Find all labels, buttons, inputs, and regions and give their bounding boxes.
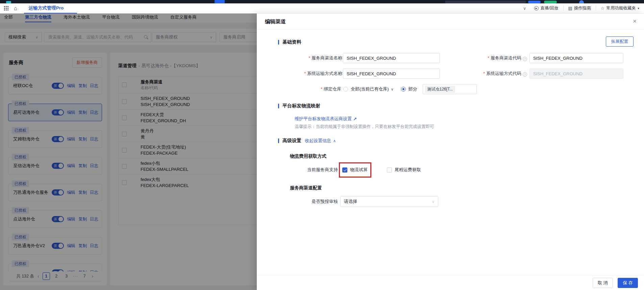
channel-name-input[interactable] [343,53,440,63]
channel-name-label: 服务商渠道名称 [275,53,342,63]
chevron-down-icon[interactable]: ∨ [391,87,394,91]
cancel-button[interactable]: 取 消 [593,278,613,288]
operation-guide-button[interactable]: ▤ 操作指南 [563,6,596,11]
radio-all-warehouses[interactable] [343,87,348,91]
save-button[interactable]: 保 存 [618,278,638,288]
chevron-down-icon[interactable]: ∨ [520,6,529,11]
close-icon[interactable]: × [633,18,637,24]
section-platform-mapping: 平台标发物流映射 [278,103,320,109]
drawer-header: 编辑渠道 × [257,14,644,30]
bind-warehouse-options: 全部(当前已有仓库) ∨ 部分 测试仓126[T... [343,84,477,94]
transport-code-label: 系统运输方式代码 [460,69,527,79]
tabbar-toolbar: ∨ ▶ 直播/回放 ▤ 操作指南 ☆ 常用功能收藏夹 ▾ [520,3,644,14]
forecast-review-select[interactable]: 请选择 ∨ [340,196,438,207]
provider-support-label: 当前服务商支持 [270,165,338,175]
info-icon [523,72,527,77]
fee-method-title: 物流费用获取方式 [290,153,326,159]
expand-config-button[interactable]: 拓展配置 [606,36,634,47]
edit-channel-drawer: 编辑渠道 × 基础资料 拓展配置 服务商渠道名称 服务商渠道代码 系统运输方式名… [257,14,644,290]
favorites-button[interactable]: ☆ 常用功能收藏夹 ▾ [596,6,644,11]
warehouse-multiselect[interactable]: 测试仓126[T... [423,84,477,94]
top-app-bar [0,0,644,3]
collapse-settings-link[interactable]: 收起设置信息 ∧ [305,138,336,144]
channel-code-input[interactable] [529,53,623,63]
chevron-down-icon: ∨ [432,200,435,204]
transport-name-label: 系统运输方式名称 [275,69,342,79]
apps-grid-icon[interactable] [4,6,8,10]
section-basic: 基础资料 [278,39,301,45]
channel-config-title: 服务商渠道配置 [290,185,322,191]
tab-transport-mode-pro[interactable]: 运输方式管理Pro [24,3,77,14]
last-mile-fee-checkbox[interactable] [387,167,392,173]
radio-partial-warehouses[interactable] [401,87,406,91]
channel-code-label: 服务商渠道代码 [460,53,527,63]
home-icon[interactable]: ⌂ [14,6,17,11]
drawer-title: 编辑渠道 [265,14,286,30]
live-replay-button[interactable]: ▶ 直播/回放 [529,6,563,11]
drawer-footer: 取 消 保 存 [257,275,644,290]
screen: ⌂ 运输方式管理Pro ∨ ▶ 直播/回放 ▤ 操作指南 ☆ 常用功能收藏夹 ▾… [0,0,644,290]
info-icon [523,57,527,61]
section-advanced: 高级设置 收起设置信息 ∧ [278,138,336,144]
transport-name-input[interactable] [343,69,440,79]
star-icon: ☆ [601,6,605,10]
chevron-up-icon: ∧ [333,139,336,143]
topbar-highlight [215,0,225,3]
topbar-search-box [445,1,526,3]
bind-warehouse-label: 绑定仓库 [274,84,341,94]
warehouse-tag: 测试仓126[T... [425,86,455,93]
app-logo [6,1,11,3]
transport-code-input [529,69,623,79]
caret-down-icon: ▾ [638,6,639,10]
mapping-hint: 温馨提示：当前功能属于非强制设置操作，只要在标发平台前完成设置即可 [295,124,434,130]
document-icon: ▤ [568,6,572,10]
highlight-annotation [339,162,371,178]
play-circle-icon: ▶ [534,6,539,10]
forecast-review-label: 是否预报审核 [270,196,338,207]
share-arrow-icon: ↗ [353,116,357,122]
maintain-mapping-link[interactable]: 维护平台标发物流承运商设置 ↗ [295,116,357,122]
tab-bar: ⌂ 运输方式管理Pro ∨ ▶ 直播/回放 ▤ 操作指南 ☆ 常用功能收藏夹 ▾ [0,3,644,14]
